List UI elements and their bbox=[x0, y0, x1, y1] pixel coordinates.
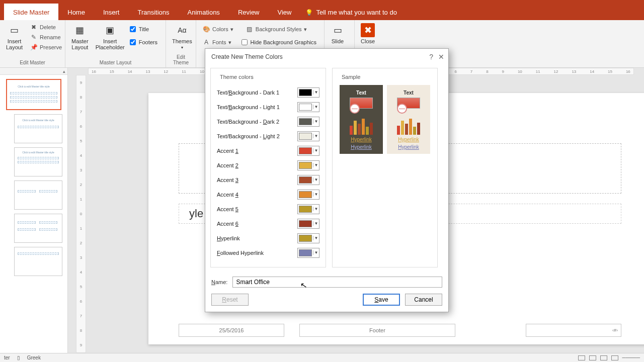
chevron-down-icon: ▼ bbox=[313, 221, 319, 226]
color-row-4: Accent 1 ▼ bbox=[217, 143, 319, 158]
chevron-down-icon: ▼ bbox=[313, 90, 319, 95]
color-swatch bbox=[299, 89, 312, 96]
chevron-down-icon: ▼ bbox=[313, 192, 319, 197]
color-label: Text/Background - Light 2 bbox=[217, 133, 280, 139]
color-swatch bbox=[299, 249, 312, 256]
color-dropdown-3[interactable]: ▼ bbox=[297, 131, 319, 141]
color-row-0: Text/Background - Dark 1 ▼ bbox=[217, 85, 319, 100]
chevron-down-icon: ▼ bbox=[313, 163, 319, 167]
color-dropdown-1[interactable]: ▼ bbox=[297, 102, 319, 112]
color-dropdown-2[interactable]: ▼ bbox=[297, 117, 319, 127]
color-dropdown-6[interactable]: ▼ bbox=[297, 175, 319, 185]
chevron-down-icon: ▼ bbox=[313, 207, 319, 211]
color-label: Accent 5 bbox=[217, 206, 238, 212]
color-row-11: Followed Hyperlink ▼ bbox=[217, 245, 319, 260]
sample-heading: Sample bbox=[340, 74, 362, 80]
color-swatch bbox=[299, 235, 312, 242]
color-dropdown-5[interactable]: ▼ bbox=[297, 160, 319, 170]
chevron-down-icon: ▼ bbox=[313, 177, 319, 182]
dialog-close-button[interactable]: ✕ bbox=[438, 53, 444, 61]
color-dropdown-8[interactable]: ▼ bbox=[297, 204, 319, 214]
color-swatch bbox=[299, 118, 312, 125]
color-swatch bbox=[299, 147, 312, 154]
color-swatch bbox=[299, 220, 312, 227]
color-dropdown-0[interactable]: ▼ bbox=[297, 87, 319, 98]
dialog-title: Create New Theme Colors bbox=[211, 53, 283, 60]
color-dropdown-7[interactable]: ▼ bbox=[297, 190, 319, 200]
color-label: Text/Background - Dark 1 bbox=[217, 89, 279, 96]
create-theme-colors-dialog: Create New Theme Colors ? ✕ Theme colors… bbox=[205, 48, 449, 312]
sample-dark-card: Text — Hyperlink Hyperlink bbox=[340, 85, 383, 154]
dialog-overlay: Create New Theme Colors ? ✕ Theme colors… bbox=[0, 0, 644, 362]
theme-colors-panel: Theme colors Text/Background - Dark 1 ▼ … bbox=[210, 68, 326, 267]
color-swatch bbox=[299, 133, 312, 140]
chevron-down-icon: ▼ bbox=[313, 134, 319, 138]
save-button[interactable]: Save bbox=[363, 294, 400, 306]
name-label: Name: bbox=[211, 279, 227, 285]
color-row-6: Accent 3 ▼ bbox=[217, 172, 319, 187]
color-row-10: Hyperlink ▼ bbox=[217, 231, 319, 245]
theme-colors-heading: Theme colors bbox=[218, 74, 256, 80]
color-dropdown-9[interactable]: ▼ bbox=[297, 219, 319, 229]
color-row-3: Text/Background - Light 2 ▼ bbox=[217, 129, 319, 143]
color-swatch bbox=[299, 104, 312, 111]
color-label: Accent 6 bbox=[217, 221, 238, 227]
reset-button[interactable]: Reset bbox=[211, 294, 249, 306]
color-label: Followed Hyperlink bbox=[217, 250, 264, 256]
color-label: Accent 4 bbox=[217, 192, 238, 198]
sample-light-card: Text — Hyperlink Hyperlink bbox=[387, 85, 430, 154]
color-row-5: Accent 2 ▼ bbox=[217, 158, 319, 172]
color-dropdown-4[interactable]: ▼ bbox=[297, 146, 319, 156]
color-row-9: Accent 6 ▼ bbox=[217, 216, 319, 231]
theme-name-input[interactable] bbox=[232, 277, 442, 288]
color-label: Text/Background - Dark 2 bbox=[217, 119, 279, 125]
color-row-7: Accent 4 ▼ bbox=[217, 187, 319, 202]
color-dropdown-11[interactable]: ▼ bbox=[297, 248, 319, 258]
sample-panel: Sample Text — Hyperlink Hyperlink Text —… bbox=[332, 68, 438, 267]
color-label: Text/Background - Light 1 bbox=[217, 104, 280, 110]
color-dropdown-10[interactable]: ▼ bbox=[297, 233, 319, 243]
color-label: Accent 1 bbox=[217, 148, 238, 154]
color-swatch bbox=[299, 191, 312, 198]
dialog-titlebar[interactable]: Create New Theme Colors ? ✕ bbox=[205, 49, 448, 65]
color-label: Hyperlink bbox=[217, 235, 240, 241]
color-label: Accent 3 bbox=[217, 177, 238, 183]
cancel-button[interactable]: Cancel bbox=[405, 294, 442, 306]
color-label: Accent 2 bbox=[217, 162, 238, 168]
color-row-8: Accent 5 ▼ bbox=[217, 202, 319, 216]
color-swatch bbox=[299, 206, 312, 213]
chevron-down-icon: ▼ bbox=[313, 250, 319, 255]
chevron-down-icon: ▼ bbox=[313, 105, 319, 109]
dialog-help-button[interactable]: ? bbox=[429, 53, 433, 61]
chevron-down-icon: ▼ bbox=[313, 148, 319, 153]
color-row-1: Text/Background - Light 1 ▼ bbox=[217, 100, 319, 114]
color-swatch bbox=[299, 162, 312, 169]
color-row-2: Text/Background - Dark 2 ▼ bbox=[217, 114, 319, 129]
color-swatch bbox=[299, 176, 312, 184]
chevron-down-icon: ▼ bbox=[313, 236, 319, 240]
chevron-down-icon: ▼ bbox=[313, 119, 319, 124]
